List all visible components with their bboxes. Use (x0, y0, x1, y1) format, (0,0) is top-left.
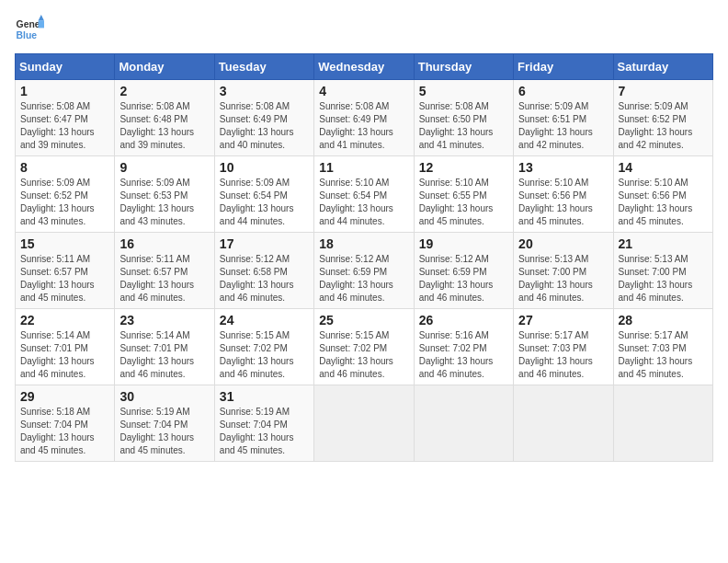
day-number: 22 (20, 313, 109, 327)
day-info: Sunrise: 5:08 AM Sunset: 6:49 PM Dayligh… (220, 100, 309, 152)
calendar-day-cell: 23 Sunrise: 5:14 AM Sunset: 7:01 PM Dayl… (115, 309, 214, 385)
day-info: Sunrise: 5:08 AM Sunset: 6:50 PM Dayligh… (419, 100, 508, 152)
day-number: 12 (419, 160, 508, 175)
day-info: Sunrise: 5:14 AM Sunset: 7:01 PM Dayligh… (20, 329, 109, 381)
day-info: Sunrise: 5:14 AM Sunset: 7:01 PM Dayligh… (119, 329, 209, 381)
calendar-day-cell (314, 385, 414, 462)
day-info: Sunrise: 5:10 AM Sunset: 6:55 PM Dayligh… (419, 177, 508, 228)
calendar-week-row: 8 Sunrise: 5:09 AM Sunset: 6:52 PM Dayli… (16, 156, 713, 233)
day-info: Sunrise: 5:08 AM Sunset: 6:47 PM Dayligh… (20, 100, 109, 152)
calendar-day-cell: 16 Sunrise: 5:11 AM Sunset: 6:57 PM Dayl… (115, 233, 214, 309)
calendar-day-cell: 15 Sunrise: 5:11 AM Sunset: 6:57 PM Dayl… (16, 233, 115, 309)
day-number: 16 (119, 236, 209, 251)
day-number: 28 (619, 313, 708, 327)
day-number: 5 (419, 84, 508, 98)
day-number: 20 (518, 236, 608, 251)
day-number: 4 (319, 84, 408, 98)
day-number: 31 (220, 389, 309, 404)
calendar-day-cell: 6 Sunrise: 5:09 AM Sunset: 6:51 PM Dayli… (514, 80, 613, 156)
day-info: Sunrise: 5:15 AM Sunset: 7:02 PM Dayligh… (319, 329, 408, 381)
day-number: 9 (119, 160, 209, 175)
day-number: 29 (20, 389, 109, 404)
calendar-week-row: 1 Sunrise: 5:08 AM Sunset: 6:47 PM Dayli… (16, 80, 713, 156)
day-number: 17 (220, 236, 309, 251)
weekday-header-cell: Wednesday (314, 54, 414, 80)
svg-marker-3 (39, 20, 44, 28)
day-info: Sunrise: 5:08 AM Sunset: 6:48 PM Dayligh… (119, 100, 209, 152)
calendar-week-row: 22 Sunrise: 5:14 AM Sunset: 7:01 PM Dayl… (16, 309, 713, 385)
calendar-week-row: 15 Sunrise: 5:11 AM Sunset: 6:57 PM Dayl… (16, 233, 713, 309)
calendar-day-cell: 12 Sunrise: 5:10 AM Sunset: 6:55 PM Dayl… (414, 156, 513, 233)
calendar-day-cell: 8 Sunrise: 5:09 AM Sunset: 6:52 PM Dayli… (16, 156, 115, 233)
day-number: 8 (20, 160, 109, 175)
calendar-day-cell: 3 Sunrise: 5:08 AM Sunset: 6:49 PM Dayli… (214, 80, 313, 156)
calendar-day-cell: 26 Sunrise: 5:16 AM Sunset: 7:02 PM Dayl… (414, 309, 513, 385)
calendar-day-cell: 9 Sunrise: 5:09 AM Sunset: 6:53 PM Dayli… (115, 156, 214, 233)
day-number: 3 (220, 84, 309, 98)
calendar-body: 1 Sunrise: 5:08 AM Sunset: 6:47 PM Dayli… (16, 80, 713, 462)
calendar-day-cell: 7 Sunrise: 5:09 AM Sunset: 6:52 PM Dayli… (613, 80, 712, 156)
day-number: 27 (518, 313, 608, 327)
day-info: Sunrise: 5:13 AM Sunset: 7:00 PM Dayligh… (619, 253, 708, 304)
day-info: Sunrise: 5:11 AM Sunset: 6:57 PM Dayligh… (119, 253, 209, 304)
day-number: 6 (518, 84, 608, 98)
day-info: Sunrise: 5:15 AM Sunset: 7:02 PM Dayligh… (220, 329, 309, 381)
day-info: Sunrise: 5:08 AM Sunset: 6:49 PM Dayligh… (319, 100, 408, 152)
day-number: 24 (220, 313, 309, 327)
day-info: Sunrise: 5:12 AM Sunset: 6:59 PM Dayligh… (319, 253, 408, 304)
calendar-day-cell: 1 Sunrise: 5:08 AM Sunset: 6:47 PM Dayli… (16, 80, 115, 156)
page-header: General Blue (15, 15, 713, 44)
calendar-day-cell: 27 Sunrise: 5:17 AM Sunset: 7:03 PM Dayl… (514, 309, 613, 385)
day-number: 11 (319, 160, 408, 175)
weekday-header-cell: Monday (115, 54, 214, 80)
calendar-day-cell: 21 Sunrise: 5:13 AM Sunset: 7:00 PM Dayl… (613, 233, 712, 309)
day-info: Sunrise: 5:17 AM Sunset: 7:03 PM Dayligh… (518, 329, 608, 381)
calendar-day-cell (613, 385, 712, 462)
day-number: 30 (119, 389, 209, 404)
weekday-header-cell: Thursday (414, 54, 513, 80)
calendar-day-cell: 31 Sunrise: 5:19 AM Sunset: 7:04 PM Dayl… (214, 385, 313, 462)
day-info: Sunrise: 5:10 AM Sunset: 6:54 PM Dayligh… (319, 177, 408, 228)
day-info: Sunrise: 5:09 AM Sunset: 6:54 PM Dayligh… (220, 177, 309, 228)
day-number: 2 (119, 84, 209, 98)
day-info: Sunrise: 5:09 AM Sunset: 6:51 PM Dayligh… (518, 100, 608, 152)
calendar-day-cell (514, 385, 613, 462)
calendar-day-cell: 11 Sunrise: 5:10 AM Sunset: 6:54 PM Dayl… (314, 156, 414, 233)
svg-text:Blue: Blue (17, 30, 38, 40)
calendar-day-cell (414, 385, 513, 462)
day-number: 15 (20, 236, 109, 251)
calendar-day-cell: 22 Sunrise: 5:14 AM Sunset: 7:01 PM Dayl… (16, 309, 115, 385)
day-number: 7 (619, 84, 708, 98)
weekday-header-row: SundayMondayTuesdayWednesdayThursdayFrid… (16, 54, 713, 80)
calendar-week-row: 29 Sunrise: 5:18 AM Sunset: 7:04 PM Dayl… (16, 385, 713, 462)
calendar-day-cell: 5 Sunrise: 5:08 AM Sunset: 6:50 PM Dayli… (414, 80, 513, 156)
logo: General Blue (15, 15, 44, 44)
day-info: Sunrise: 5:09 AM Sunset: 6:52 PM Dayligh… (20, 177, 109, 228)
day-number: 21 (619, 236, 708, 251)
calendar-day-cell: 10 Sunrise: 5:09 AM Sunset: 6:54 PM Dayl… (214, 156, 313, 233)
logo-icon: General Blue (15, 15, 44, 44)
calendar-day-cell: 17 Sunrise: 5:12 AM Sunset: 6:58 PM Dayl… (214, 233, 313, 309)
day-info: Sunrise: 5:19 AM Sunset: 7:04 PM Dayligh… (119, 406, 209, 457)
day-number: 13 (518, 160, 608, 175)
day-number: 23 (119, 313, 209, 327)
svg-marker-2 (39, 15, 44, 20)
calendar-day-cell: 2 Sunrise: 5:08 AM Sunset: 6:48 PM Dayli… (115, 80, 214, 156)
calendar-table: SundayMondayTuesdayWednesdayThursdayFrid… (15, 53, 713, 462)
day-info: Sunrise: 5:12 AM Sunset: 6:59 PM Dayligh… (419, 253, 508, 304)
calendar-day-cell: 30 Sunrise: 5:19 AM Sunset: 7:04 PM Dayl… (115, 385, 214, 462)
calendar-day-cell: 24 Sunrise: 5:15 AM Sunset: 7:02 PM Dayl… (214, 309, 313, 385)
day-number: 18 (319, 236, 408, 251)
day-info: Sunrise: 5:10 AM Sunset: 6:56 PM Dayligh… (518, 177, 608, 228)
day-info: Sunrise: 5:17 AM Sunset: 7:03 PM Dayligh… (619, 329, 708, 381)
day-info: Sunrise: 5:11 AM Sunset: 6:57 PM Dayligh… (20, 253, 109, 304)
day-info: Sunrise: 5:13 AM Sunset: 7:00 PM Dayligh… (518, 253, 608, 304)
calendar-day-cell: 14 Sunrise: 5:10 AM Sunset: 6:56 PM Dayl… (613, 156, 712, 233)
calendar-day-cell: 13 Sunrise: 5:10 AM Sunset: 6:56 PM Dayl… (514, 156, 613, 233)
day-number: 26 (419, 313, 508, 327)
day-info: Sunrise: 5:18 AM Sunset: 7:04 PM Dayligh… (20, 406, 109, 457)
calendar-day-cell: 20 Sunrise: 5:13 AM Sunset: 7:00 PM Dayl… (514, 233, 613, 309)
day-number: 25 (319, 313, 408, 327)
day-info: Sunrise: 5:16 AM Sunset: 7:02 PM Dayligh… (419, 329, 508, 381)
calendar-day-cell: 19 Sunrise: 5:12 AM Sunset: 6:59 PM Dayl… (414, 233, 513, 309)
